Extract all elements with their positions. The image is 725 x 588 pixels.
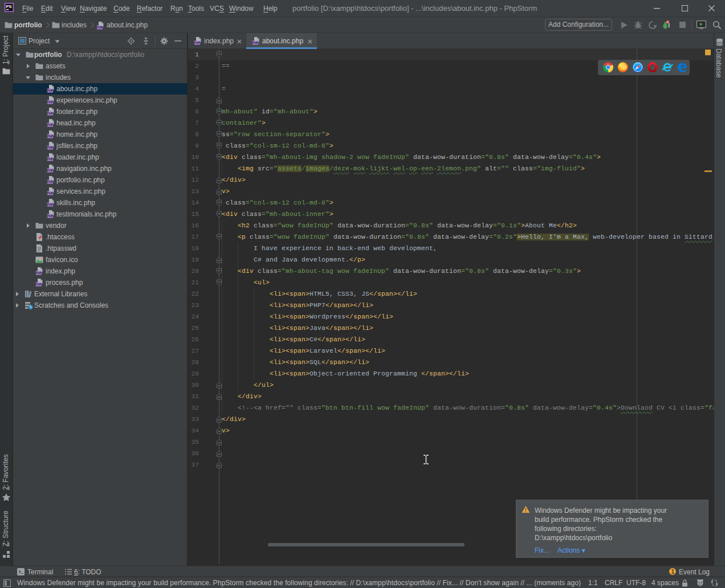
svg-text:PHP: PHP <box>47 146 53 149</box>
svg-text:PHP: PHP <box>252 41 258 44</box>
svg-text:PHP: PHP <box>47 134 53 138</box>
svg-text:Database: Database <box>715 48 723 78</box>
svg-text:PHP: PHP <box>35 283 42 286</box>
svg-text:PHP: PHP <box>96 26 103 29</box>
svg-text:PHP: PHP <box>47 169 53 172</box>
svg-text:Z: Structure: Z: Structure <box>2 511 10 546</box>
svg-text:PHP: PHP <box>47 180 53 183</box>
svg-text:PHP: PHP <box>47 89 53 92</box>
svg-text:PHP: PHP <box>47 157 53 161</box>
svg-text:PHP: PHP <box>47 100 53 104</box>
svg-text:2: Favorites: 2: Favorites <box>2 454 10 490</box>
svg-text:PHP: PHP <box>35 271 42 275</box>
svg-text:PHP: PHP <box>194 41 200 44</box>
svg-text:PHP: PHP <box>47 191 53 195</box>
svg-text:PHP: PHP <box>47 112 53 115</box>
svg-text:1: Project: 1: Project <box>2 35 10 64</box>
svg-text:PHP: PHP <box>47 123 53 126</box>
svg-text:PHP: PHP <box>47 203 53 206</box>
svg-text:PHP: PHP <box>47 214 53 218</box>
svg-text:PS: PS <box>6 4 12 9</box>
